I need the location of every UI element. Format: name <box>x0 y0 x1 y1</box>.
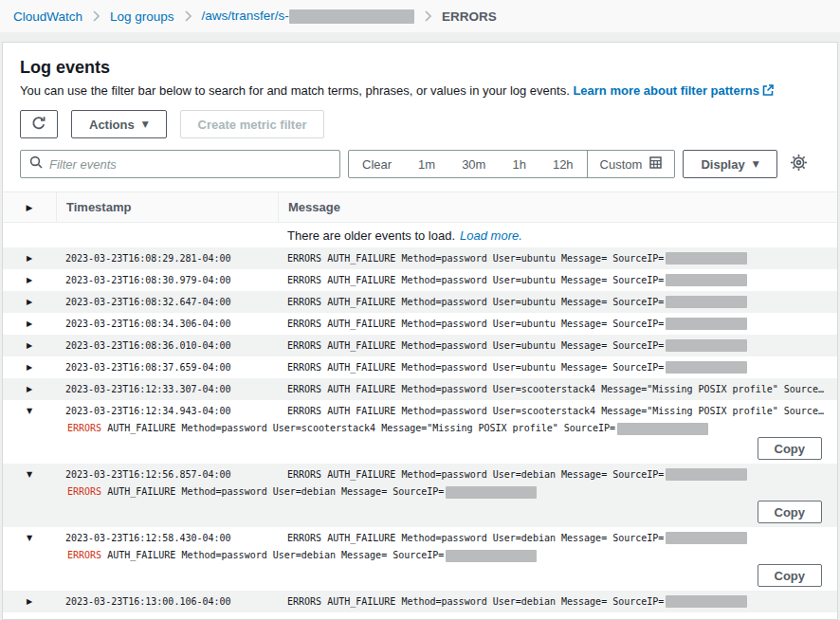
expand-arrow-icon[interactable]: ▶ <box>3 254 56 263</box>
log-events-table: ▶ Timestamp Message There are older even… <box>3 191 837 612</box>
message-text: ERRORS AUTH_FAILURE Method=password User… <box>287 297 664 307</box>
log-row[interactable]: ▶2023-03-23T16:08:34.306-04:00ERRORS AUT… <box>3 313 837 335</box>
message-cell: ERRORS AUTH_FAILURE Method=password User… <box>278 361 837 374</box>
redaction-mask <box>446 550 537 562</box>
breadcrumb: CloudWatch Log groups /aws/transfer/s- E… <box>0 0 840 32</box>
timestamp-cell: 2023-03-23T16:08:36.010-04:00 <box>56 340 278 351</box>
log-row[interactable]: ▶2023-03-23T16:08:29.281-04:00ERRORS AUT… <box>3 247 837 269</box>
log-row[interactable]: ▶2023-03-23T16:08:32.647-04:00ERRORS AUT… <box>3 291 837 313</box>
breadcrumb-log-group[interactable]: /aws/transfer/s- <box>202 9 414 24</box>
redaction-mask <box>666 296 747 308</box>
chevron-right-icon <box>425 10 431 22</box>
redaction-mask <box>666 318 747 330</box>
time-range-control: Clear 1m 30m 1h 12h Custom <box>348 150 675 178</box>
timestamp-cell: 2023-03-23T16:08:37.659-04:00 <box>56 362 278 373</box>
range-custom[interactable]: Custom <box>588 156 675 172</box>
create-metric-filter-button[interactable]: Create metric filter <box>180 110 325 138</box>
range-12h[interactable]: 12h <box>539 157 587 172</box>
copy-button[interactable]: Copy <box>758 437 823 460</box>
log-row[interactable]: ▶2023-03-23T16:08:30.979-04:00ERRORS AUT… <box>3 269 837 291</box>
log-rows: ▶2023-03-23T16:08:29.281-04:00ERRORS AUT… <box>3 247 837 612</box>
log-event-block: ▶2023-03-23T16:08:36.010-04:00ERRORS AUT… <box>3 335 837 356</box>
message-text: ERRORS AUTH_FAILURE Method=password User… <box>287 319 664 329</box>
redaction-mask <box>666 532 747 544</box>
redaction-mask <box>666 595 747 608</box>
older-events-row: There are older events to load. Load mor… <box>3 223 837 247</box>
timestamp-cell: 2023-03-23T16:12:33.307-04:00 <box>56 384 278 394</box>
message-cell: ERRORS AUTH_FAILURE Method=password User… <box>278 406 837 416</box>
display-button[interactable]: Display▼ <box>683 150 776 178</box>
copy-row: Copy <box>3 562 837 591</box>
older-events-text: There are older events to load. <box>287 228 455 243</box>
timestamp-cell: 2023-03-23T16:08:34.306-04:00 <box>56 319 278 329</box>
filter-events-box[interactable] <box>20 150 340 178</box>
timestamp-column-header: Timestamp <box>56 192 278 222</box>
toolbar: Actions▼ Create metric filter <box>20 110 822 138</box>
copy-button[interactable]: Copy <box>758 564 823 587</box>
redaction-mask <box>666 274 747 286</box>
expand-arrow-icon[interactable]: ▶ <box>3 385 56 393</box>
timestamp-cell: 2023-03-23T16:13:00.106-04:00 <box>56 596 278 607</box>
range-clear[interactable]: Clear <box>349 157 405 172</box>
log-event-block: ▶2023-03-23T16:08:32.647-04:00ERRORS AUT… <box>3 291 837 313</box>
collapse-arrow-icon[interactable]: ▼ <box>3 534 56 542</box>
filter-events-input[interactable] <box>49 157 331 172</box>
expand-arrow-icon[interactable]: ▶ <box>3 276 56 284</box>
external-link-icon <box>762 84 774 99</box>
breadcrumb-log-groups[interactable]: Log groups <box>110 9 174 24</box>
chevron-down-icon: ▼ <box>142 119 149 129</box>
redaction-mask <box>666 252 747 264</box>
log-row[interactable]: ▶2023-03-23T16:12:33.307-04:00ERRORS AUT… <box>3 378 837 400</box>
panel-header: Log events You can use the filter bar be… <box>3 43 837 178</box>
message-text: ERRORS AUTH_FAILURE Method=password User… <box>287 340 664 351</box>
log-row[interactable]: ▶2023-03-23T16:08:36.010-04:00ERRORS AUT… <box>3 335 837 356</box>
refresh-button[interactable] <box>20 110 58 138</box>
collapse-arrow-icon[interactable]: ▼ <box>3 470 56 479</box>
message-text: ERRORS AUTH_FAILURE Method=password User… <box>287 596 664 607</box>
timestamp-cell: 2023-03-23T16:08:32.647-04:00 <box>56 297 278 307</box>
range-30m[interactable]: 30m <box>448 157 499 172</box>
expanded-event-detail: ERRORS AUTH_FAILURE Method=password User… <box>3 422 837 435</box>
timestamp-cell: 2023-03-23T16:12:34.943-04:00 <box>56 406 278 416</box>
expand-arrow-icon[interactable]: ▶ <box>3 341 56 350</box>
expand-arrow-icon[interactable]: ▶ <box>3 319 56 328</box>
log-row[interactable]: ▼2023-03-23T16:12:56.857-04:00ERRORS AUT… <box>3 464 837 485</box>
search-icon <box>29 155 43 173</box>
learn-more-link[interactable]: Learn more about filter patterns <box>573 83 758 98</box>
timestamp-cell: 2023-03-23T16:12:56.857-04:00 <box>56 469 278 480</box>
detail-text: AUTH_FAILURE Method=password User=scoote… <box>101 423 615 433</box>
expand-arrow-icon[interactable]: ▶ <box>3 363 56 372</box>
message-cell: ERRORS AUTH_FAILURE Method=password User… <box>278 532 837 544</box>
expand-arrow-icon[interactable]: ▶ <box>3 298 56 306</box>
redaction-mask <box>446 486 537 499</box>
copy-row: Copy <box>3 435 837 464</box>
range-1h[interactable]: 1h <box>499 157 539 172</box>
log-row[interactable]: ▶2023-03-23T16:13:00.106-04:00ERRORS AUT… <box>3 591 837 612</box>
breadcrumb-cloudwatch[interactable]: CloudWatch <box>13 9 82 24</box>
table-header: ▶ Timestamp Message <box>3 192 837 223</box>
message-text: ERRORS AUTH_FAILURE Method=password User… <box>287 384 824 394</box>
log-row[interactable]: ▶2023-03-23T16:08:37.659-04:00ERRORS AUT… <box>3 356 837 378</box>
message-text: ERRORS AUTH_FAILURE Method=password User… <box>287 533 664 543</box>
log-row[interactable]: ▼2023-03-23T16:12:58.430-04:00ERRORS AUT… <box>3 527 837 549</box>
log-row[interactable]: ▼2023-03-23T16:12:34.943-04:00ERRORS AUT… <box>3 400 837 422</box>
actions-button[interactable]: Actions▼ <box>71 110 167 138</box>
message-cell: ERRORS AUTH_FAILURE Method=password User… <box>278 274 837 286</box>
log-event-block: ▼2023-03-23T16:12:56.857-04:00ERRORS AUT… <box>3 464 837 527</box>
message-text: ERRORS AUTH_FAILURE Method=password User… <box>287 406 824 416</box>
timestamp-cell: 2023-03-23T16:08:30.979-04:00 <box>56 275 278 285</box>
expand-arrow-icon[interactable]: ▶ <box>3 597 56 606</box>
preferences-button[interactable] <box>790 154 808 174</box>
message-text: ERRORS AUTH_FAILURE Method=password User… <box>287 275 664 285</box>
range-1m[interactable]: 1m <box>405 157 448 172</box>
collapse-arrow-icon[interactable]: ▼ <box>3 407 56 415</box>
message-cell: ERRORS AUTH_FAILURE Method=password User… <box>278 595 837 608</box>
expand-all-header[interactable]: ▶ <box>3 192 56 222</box>
load-more-link[interactable]: Load more. <box>460 228 522 243</box>
redaction-mask <box>289 9 414 24</box>
page-title: Log events <box>20 58 822 78</box>
expanded-event-detail: ERRORS AUTH_FAILURE Method=password User… <box>3 549 837 562</box>
log-event-block: ▶2023-03-23T16:13:00.106-04:00ERRORS AUT… <box>3 591 837 612</box>
copy-button[interactable]: Copy <box>758 501 823 523</box>
error-level-text: ERRORS <box>67 550 101 560</box>
